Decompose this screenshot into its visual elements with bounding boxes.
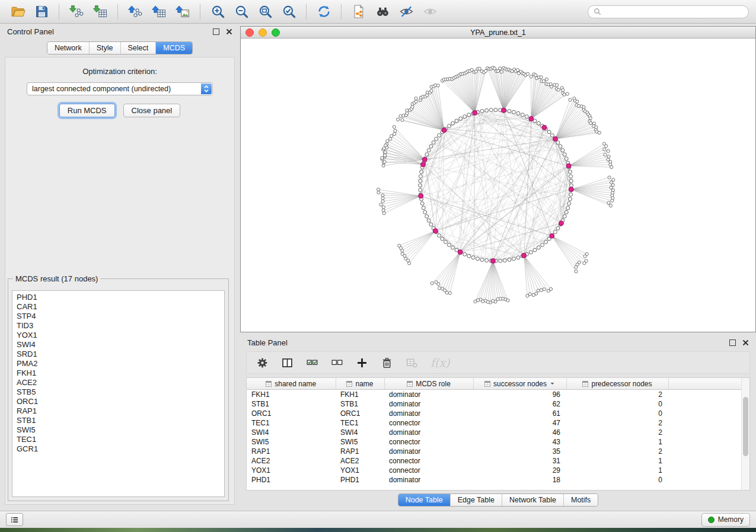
close-panel-icon-button[interactable]: [226, 28, 232, 35]
mcds-node-item[interactable]: CAR1: [17, 302, 220, 312]
table-scrollbar-thumb[interactable]: [743, 397, 748, 456]
cell: ORC1: [247, 409, 336, 418]
toolbar-separator: [117, 4, 118, 20]
search-input[interactable]: [605, 7, 743, 17]
export-table-button[interactable]: [148, 3, 170, 21]
zoom-selected-button[interactable]: [278, 3, 299, 21]
mcds-node-item[interactable]: YOX1: [17, 331, 220, 340]
close-table-panel-button[interactable]: [742, 339, 749, 346]
table-row[interactable]: TEC1TEC1connector472: [247, 418, 742, 428]
memory-label: Memory: [718, 515, 744, 524]
criterion-select[interactable]: largest connected component (undirected): [27, 82, 213, 95]
cell: 2: [566, 428, 668, 437]
export-network-button[interactable]: [125, 3, 146, 21]
create-column-button[interactable]: [356, 357, 368, 369]
column-header-mcds-role[interactable]: MCDS role: [384, 378, 473, 390]
delete-table-button[interactable]: [406, 357, 418, 369]
mcds-node-item[interactable]: PHD1: [17, 293, 220, 302]
zoom-fit-button[interactable]: [254, 3, 276, 21]
toolbar-separator: [59, 4, 59, 20]
unselect-all-columns-button[interactable]: [331, 357, 343, 369]
import-table-icon: [93, 4, 108, 19]
table-panel: Table Panel f(x) shared namenameMCDS rol…: [240, 335, 756, 511]
tab-select[interactable]: Select: [120, 42, 156, 54]
column-header-successor-nodes[interactable]: successor nodes: [473, 378, 566, 390]
mcds-result-list[interactable]: PHD1CAR1STP4TID3YOX1SWI4SRD1PMA2FKH1ACE2…: [12, 290, 225, 497]
table-settings-button[interactable]: [256, 357, 269, 369]
show-hidden-panels-button[interactable]: [6, 513, 23, 526]
mcds-node-item[interactable]: SRD1: [17, 350, 220, 359]
mcds-node-item[interactable]: STP4: [17, 312, 220, 321]
table-row[interactable]: SWI4SWI4dominator462: [247, 428, 742, 437]
mcds-node-item[interactable]: FKH1: [17, 368, 220, 378]
column-header-shared-name[interactable]: shared name: [247, 378, 336, 390]
table-scrollbar[interactable]: [741, 378, 749, 490]
zoom-out-button[interactable]: [231, 3, 252, 21]
close-panel-button[interactable]: Close panel: [123, 104, 181, 117]
memory-button[interactable]: Memory: [701, 513, 750, 527]
desktop-wallpaper-strip: [0, 528, 756, 532]
export-image-button[interactable]: [172, 3, 193, 21]
cell: connector: [384, 418, 473, 428]
network-from-table-button[interactable]: [348, 3, 369, 21]
table-row[interactable]: RAP1RAP1dominator352: [247, 447, 742, 456]
table-row[interactable]: STB1STB1dominator620: [247, 399, 742, 409]
status-bar: Memory: [0, 511, 756, 528]
column-type-icon: [407, 381, 413, 387]
mcds-node-item[interactable]: TEC1: [17, 435, 220, 444]
mcds-node-item[interactable]: SWI5: [17, 425, 220, 435]
float-panel-button[interactable]: [213, 28, 219, 35]
run-mcds-button[interactable]: Run MCDS: [59, 104, 115, 117]
column-header-name[interactable]: name: [336, 378, 384, 390]
mcds-node-item[interactable]: ORC1: [17, 397, 220, 406]
global-search-box[interactable]: [588, 5, 749, 18]
tab-network-table[interactable]: Network Table: [502, 494, 563, 506]
open-session-button[interactable]: [7, 3, 28, 21]
plus-icon: [356, 357, 368, 369]
function-builder-button[interactable]: f(x): [430, 356, 450, 369]
show-graphics-details-button[interactable]: [419, 3, 441, 21]
network-view-window: YPA_prune.txt_1: [240, 26, 756, 332]
show-columns-button[interactable]: [281, 357, 294, 369]
mcds-node-item[interactable]: STB5: [17, 387, 220, 397]
import-table-button[interactable]: [90, 3, 111, 21]
column-header-filler: [668, 378, 742, 390]
table-row[interactable]: ORC1ORC1dominator610: [247, 409, 742, 418]
table-row[interactable]: PHD1PHD1dominator180: [247, 475, 742, 485]
chevron-down-icon[interactable]: [550, 381, 555, 386]
hide-graphics-details-button[interactable]: [395, 3, 417, 21]
mcds-node-item[interactable]: STB1: [17, 416, 220, 425]
apply-layout-button[interactable]: [313, 3, 334, 21]
cell: connector: [384, 456, 473, 466]
table-row[interactable]: SWI5SWI5connector431: [247, 437, 742, 447]
select-all-columns-button[interactable]: [306, 357, 318, 369]
cell: SWI4: [336, 428, 384, 437]
table-row[interactable]: ACE2ACE2connector311: [247, 456, 742, 466]
save-session-button[interactable]: [31, 3, 52, 21]
column-header-predecessor-nodes[interactable]: predecessor nodes: [566, 378, 668, 390]
network-canvas[interactable]: [241, 38, 755, 331]
table-row[interactable]: YOX1YOX1connector291: [247, 466, 742, 475]
mcds-node-item[interactable]: SWI4: [17, 340, 220, 350]
mcds-node-item[interactable]: RAP1: [17, 406, 220, 416]
search-network-button[interactable]: [372, 3, 393, 21]
tab-edge-table[interactable]: Edge Table: [450, 494, 502, 506]
tab-style[interactable]: Style: [89, 42, 120, 54]
mcds-tab-content: Optimization criterion: largest connecte…: [5, 57, 235, 505]
float-table-panel-button[interactable]: [729, 339, 736, 346]
cell: RAP1: [336, 447, 384, 456]
tab-motifs[interactable]: Motifs: [563, 494, 598, 506]
mcds-node-item[interactable]: ACE2: [17, 378, 220, 387]
tab-node-table[interactable]: Node Table: [398, 494, 450, 506]
zoom-in-button[interactable]: [207, 3, 228, 21]
mcds-node-item[interactable]: GCR1: [17, 444, 220, 454]
table-row[interactable]: FKH1FKH1dominator962: [247, 390, 742, 400]
tab-network[interactable]: Network: [47, 42, 89, 54]
mcds-node-item[interactable]: TID3: [17, 321, 220, 331]
tab-mcds[interactable]: MCDS: [155, 42, 192, 54]
cell: dominator: [384, 399, 473, 409]
binoculars-icon: [375, 4, 390, 19]
delete-columns-button[interactable]: [381, 357, 393, 369]
mcds-node-item[interactable]: PMA2: [17, 359, 220, 368]
import-network-button[interactable]: [66, 3, 87, 21]
